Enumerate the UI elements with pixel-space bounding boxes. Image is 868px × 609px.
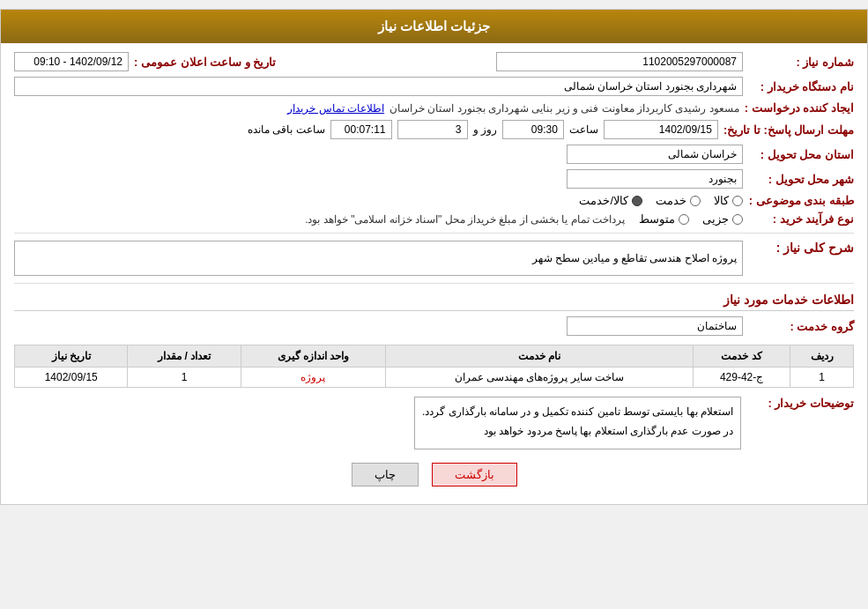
category-both-label: کالا/خدمت — [579, 194, 628, 207]
remaining-suffix: ساعت باقی مانده — [248, 123, 325, 136]
niyaz-number-label: شماره نیاز : — [748, 56, 854, 69]
col-unit: واحد اندازه گیری — [241, 345, 385, 368]
creator-row: ایجاد کننده درخواست : مسعود رشیدی کاربرد… — [14, 101, 854, 115]
service-group-label: گروه خدمت : — [748, 320, 854, 333]
services-title: اطلاعات خدمات مورد نیاز — [14, 293, 854, 311]
deadline-remaining: 00:07:11 — [330, 120, 392, 139]
cell-date: 1402/09/15 — [15, 368, 128, 388]
announcement-value: 1402/09/12 - 09:10 — [14, 52, 129, 71]
buttons-row: بازگشت چاپ — [14, 463, 854, 486]
description-value: پروژه اصلاح هندسی تقاطع و میادین سطح شهر — [14, 241, 743, 276]
creator-link[interactable]: اطلاعات تماس خریدار — [287, 102, 384, 115]
process-medium-label: متوسط — [639, 212, 675, 226]
process-row: نوع فرآیند خرید : جزیی متوسط پرداخت تمام… — [14, 212, 854, 226]
description-row: شرح کلی نیاز : پروژه اصلاح هندسی تقاطع و… — [14, 241, 854, 276]
col-date: تاریخ نیاز — [15, 345, 128, 368]
creator-name: مسعود رشیدی کاربرداز معاونت فنی و زیر بن… — [389, 102, 739, 115]
buyer-org-label: نام دستگاه خریدار : — [748, 80, 854, 93]
service-group-row: گروه خدمت : ساختمان — [14, 316, 854, 336]
deadline-days: 3 — [397, 120, 468, 139]
cell-row: 1 — [790, 368, 854, 388]
category-goods-label: کالا — [714, 194, 729, 207]
buyer-notes-row: توضیحات خریدار : استعلام بها بایستی توسط… — [14, 397, 854, 449]
table-row: 1ج-42-429ساخت سایر پروژه‌های مهندسی عمرا… — [15, 368, 854, 388]
city-value: بجنورد — [567, 169, 743, 189]
col-code: کد خدمت — [693, 345, 790, 368]
niyaz-number-row: شماره نیاز : 1102005297000087 تاریخ و سا… — [14, 52, 854, 71]
description-title: شرح کلی نیاز : — [748, 241, 854, 258]
col-count: تعداد / مقدار — [128, 345, 241, 368]
radio-partial-icon — [732, 214, 743, 225]
buyer-notes-title: توضیحات خریدار : — [748, 397, 854, 413]
cell-code: ج-42-429 — [693, 368, 790, 388]
page-container: جزئیات اطلاعات نیاز شماره نیاز : 1102005… — [0, 9, 868, 505]
page-title: جزئیات اطلاعات نیاز — [378, 19, 490, 33]
buyer-org-row: نام دستگاه خریدار : شهرداری بجنورد استان… — [14, 77, 854, 96]
announcement-label: تاریخ و ساعت اعلان عمومی : — [134, 56, 276, 69]
deadline-row: مهلت ارسال پاسخ: تا تاریخ: 1402/09/15 سا… — [14, 120, 854, 139]
deadline-date: 1402/09/15 — [604, 120, 718, 139]
process-partial-label: جزیی — [702, 212, 729, 226]
category-radio-group: کالا خدمت کالا/خدمت — [579, 194, 743, 207]
buyer-notes-value: استعلام بها بایستی توسط تامین کننده تکمی… — [414, 397, 741, 449]
city-label: شهر محل تحویل : — [748, 173, 854, 186]
category-label: طبقه بندی موضوعی : — [748, 194, 854, 207]
niyaz-number-value: 1102005297000087 — [496, 52, 743, 71]
separator-2 — [14, 283, 854, 284]
days-label-static: روز و — [473, 123, 497, 136]
col-name: نام خدمت — [386, 345, 694, 368]
province-value: خراسان شمالی — [567, 145, 743, 164]
cell-unit: پروژه — [241, 368, 385, 388]
category-both: کالا/خدمت — [579, 194, 642, 207]
radio-service-icon — [690, 196, 701, 206]
cell-name: ساخت سایر پروژه‌های مهندسی عمران — [386, 368, 694, 388]
back-button[interactable]: بازگشت — [432, 463, 517, 486]
deadline-label: مهلت ارسال پاسخ: تا تاریخ: — [723, 123, 854, 137]
services-table: ردیف کد خدمت نام خدمت واحد اندازه گیری ت… — [14, 345, 854, 388]
print-button[interactable]: چاپ — [352, 463, 419, 486]
col-row: ردیف — [790, 345, 854, 368]
process-label: نوع فرآیند خرید : — [748, 212, 854, 226]
creator-label: ایجاد کننده درخواست : — [745, 101, 854, 115]
category-service-label: خدمت — [656, 194, 686, 207]
process-radio-group: جزیی متوسط — [639, 212, 743, 226]
category-service: خدمت — [656, 194, 701, 207]
services-table-section: ردیف کد خدمت نام خدمت واحد اندازه گیری ت… — [14, 345, 854, 388]
buyer-org-value: شهرداری بجنورد استان خراسان شمالی — [14, 77, 743, 96]
cell-count: 1 — [128, 368, 241, 388]
content-area: شماره نیاز : 1102005297000087 تاریخ و سا… — [1, 43, 867, 504]
process-partial: جزیی — [702, 212, 743, 226]
time-label-static: ساعت — [569, 123, 598, 136]
category-row: طبقه بندی موضوعی : کالا خدمت کالا/خدمت — [14, 194, 854, 207]
province-label: استان محل تحویل : — [748, 148, 854, 161]
radio-both-icon — [632, 196, 642, 206]
radio-medium-icon — [679, 214, 689, 225]
deadline-time: 09:30 — [502, 120, 564, 139]
province-row: استان محل تحویل : خراسان شمالی — [14, 145, 854, 164]
page-header: جزئیات اطلاعات نیاز — [1, 10, 867, 43]
category-goods: کالا — [714, 194, 743, 207]
service-group-value: ساختمان — [567, 316, 743, 336]
city-row: شهر محل تحویل : بجنورد — [14, 169, 854, 189]
process-full-text: پرداخت تمام یا بخشی از مبلغ خریداز محل "… — [305, 213, 625, 226]
process-medium: متوسط — [639, 212, 689, 226]
separator-1 — [14, 233, 854, 234]
radio-goods-icon — [732, 196, 743, 206]
